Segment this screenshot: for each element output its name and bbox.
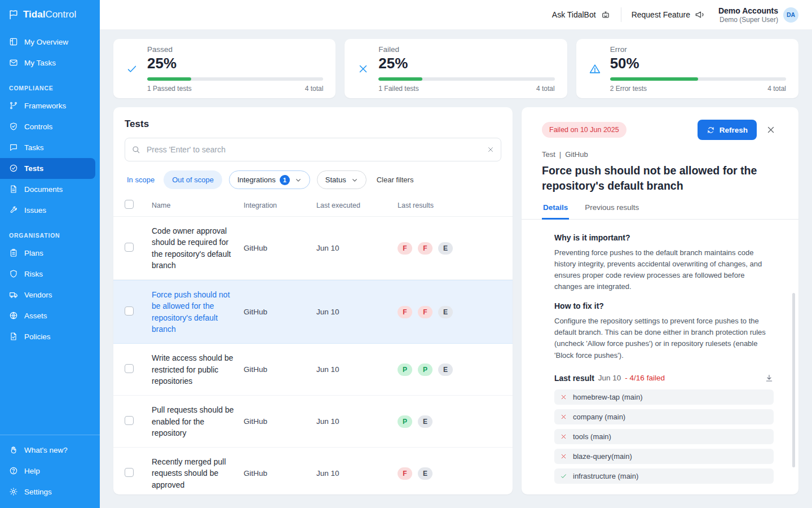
- request-feature-button[interactable]: Request Feature: [632, 10, 705, 20]
- last-result-row: Last result Jun 10 - 4/16 failed: [554, 374, 774, 383]
- sidebar-item-vendors[interactable]: Vendors: [0, 284, 95, 305]
- test-integration: GitHub: [244, 469, 316, 478]
- search-input[interactable]: [125, 138, 501, 161]
- sidebar-item-help[interactable]: Help: [0, 461, 100, 481]
- table-row[interactable]: Pull requests should be enabled for the …: [113, 396, 513, 448]
- result-badge-p: P: [398, 364, 412, 376]
- result-badge-f: F: [418, 242, 433, 255]
- repo-result-row: homebrew-tap (main): [554, 389, 774, 405]
- sidebar-item-what-s-new[interactable]: What's new?: [0, 440, 100, 461]
- scrollbar-thumb[interactable]: [792, 293, 795, 467]
- select-all-checkbox[interactable]: [125, 200, 134, 209]
- tab-previous-results[interactable]: Previous results: [584, 203, 640, 220]
- details-tabs: DetailsPrevious results: [522, 203, 798, 220]
- stat-count: 2 Error tests: [610, 85, 647, 93]
- repo-name: company (main): [573, 413, 625, 421]
- result-badge-e: E: [438, 364, 453, 376]
- test-last-results: FFE: [398, 242, 501, 255]
- column-header-last-executed: Last executed: [316, 202, 398, 209]
- sidebar-item-frameworks[interactable]: Frameworks: [0, 95, 95, 116]
- test-name: Write access should be restricted for pu…: [152, 352, 244, 387]
- sidebar-item-policies[interactable]: Policies: [0, 326, 95, 347]
- tests-table: Code owner approval should be required f…: [113, 217, 513, 494]
- test-integration: GitHub: [244, 365, 316, 374]
- refresh-icon: [707, 126, 715, 134]
- row-checkbox[interactable]: [125, 416, 134, 425]
- filter-integrations[interactable]: Integrations 1: [229, 170, 310, 189]
- check-icon: [126, 63, 138, 75]
- sidebar-item-documents[interactable]: Documents: [0, 179, 95, 200]
- stat-card-failed: Failed 25% 1 Failed tests 4 total: [345, 39, 567, 98]
- sidebar-item-tests[interactable]: Tests: [0, 158, 95, 179]
- test-last-executed: Jun 10: [316, 244, 398, 252]
- warning-icon: [589, 63, 601, 75]
- progress-bar: [610, 77, 786, 81]
- test-last-results: FE: [398, 467, 501, 480]
- filter-in-scope[interactable]: In scope: [125, 170, 157, 189]
- main-content: Passed 25% 1 Passed tests 4 total Failed…: [100, 30, 812, 508]
- sidebar-item-my-tasks[interactable]: My Tasks: [0, 52, 95, 73]
- sidebar-item-my-overview[interactable]: My Overview: [0, 32, 95, 52]
- topbar-divider: [621, 7, 621, 22]
- sidebar-item-controls[interactable]: Controls: [0, 116, 95, 137]
- stat-percent: 25%: [378, 55, 554, 72]
- filter-status[interactable]: Status: [317, 170, 367, 189]
- test-last-executed: Jun 10: [316, 469, 398, 478]
- avatar: DA: [783, 7, 798, 23]
- account-menu[interactable]: Demo Accounts Demo (Super User) DA: [718, 6, 798, 24]
- repo-result-row: tools (main): [554, 429, 774, 444]
- repo-name: homebrew-tap (main): [573, 393, 643, 401]
- result-badge-e: E: [438, 306, 453, 318]
- table-row[interactable]: Code owner approval should be required f…: [113, 217, 513, 280]
- table-row[interactable]: Write access should be restricted for pu…: [113, 344, 513, 396]
- test-integration: GitHub: [244, 417, 316, 426]
- result-badge-f: F: [398, 467, 412, 480]
- repo-name: tools (main): [573, 432, 611, 441]
- refresh-label: Refresh: [720, 126, 748, 134]
- stat-percent: 50%: [610, 55, 786, 72]
- row-checkbox[interactable]: [125, 243, 134, 252]
- stat-percent: 25%: [147, 55, 323, 72]
- overview-icon: [9, 37, 19, 47]
- repo-name: blaze-query(main): [573, 452, 632, 461]
- clear-filters-button[interactable]: Clear filters: [373, 170, 417, 189]
- download-icon[interactable]: [765, 374, 774, 383]
- repo-result-row: blaze-query(main): [554, 449, 774, 464]
- column-header-integration: Integration: [244, 202, 316, 209]
- sidebar-item-tasks[interactable]: Tasks: [0, 137, 95, 158]
- row-checkbox[interactable]: [125, 468, 134, 477]
- row-checkbox[interactable]: [125, 306, 134, 316]
- filter-out-of-scope[interactable]: Out of scope: [164, 170, 222, 189]
- sidebar-item-settings[interactable]: Settings: [0, 481, 100, 502]
- sidebar-item-assets[interactable]: Assets: [0, 305, 95, 326]
- wrench-icon: [9, 205, 19, 215]
- table-row[interactable]: Force push should not be allowed for the…: [113, 280, 513, 344]
- table-row[interactable]: Recently merged pull requests should be …: [113, 448, 513, 494]
- chat-icon: [9, 143, 19, 152]
- why-heading: Why is it important?: [554, 233, 774, 242]
- test-type-label: Test: [542, 150, 555, 159]
- sidebar-item-plans[interactable]: Plans: [0, 243, 95, 264]
- search-clear-icon[interactable]: [487, 146, 495, 154]
- test-name: Code owner approval should be required f…: [152, 225, 244, 271]
- refresh-button[interactable]: Refresh: [698, 120, 757, 140]
- sidebar-section-heading: COMPLIANCE: [0, 73, 100, 95]
- row-checkbox[interactable]: [125, 364, 134, 373]
- check-icon: [560, 472, 567, 480]
- repo-result-row: infrastructure (main): [554, 468, 774, 484]
- stat-total: 4 total: [536, 85, 555, 93]
- flag-icon: [8, 9, 19, 20]
- last-result-label: Last result: [554, 374, 594, 383]
- why-text: Preventing force pushes to the default b…: [554, 247, 774, 293]
- test-name: Recently merged pull requests should be …: [152, 456, 244, 491]
- test-last-executed: Jun 10: [316, 417, 398, 426]
- close-icon[interactable]: [766, 125, 776, 135]
- sidebar-item-issues[interactable]: Issues: [0, 200, 95, 221]
- chevron-down-icon: [294, 176, 303, 185]
- sidebar-nav: My Overview My Tasks COMPLIANCE Framewor…: [0, 28, 100, 435]
- sidebar-item-risks[interactable]: Risks: [0, 264, 95, 284]
- test-details-panel: Failed on 10 Jun 2025 Refresh Test | Git…: [522, 107, 798, 494]
- progress-bar: [378, 77, 554, 81]
- ask-tidalbot-button[interactable]: Ask TidalBot: [552, 10, 611, 20]
- tab-details[interactable]: Details: [542, 203, 569, 220]
